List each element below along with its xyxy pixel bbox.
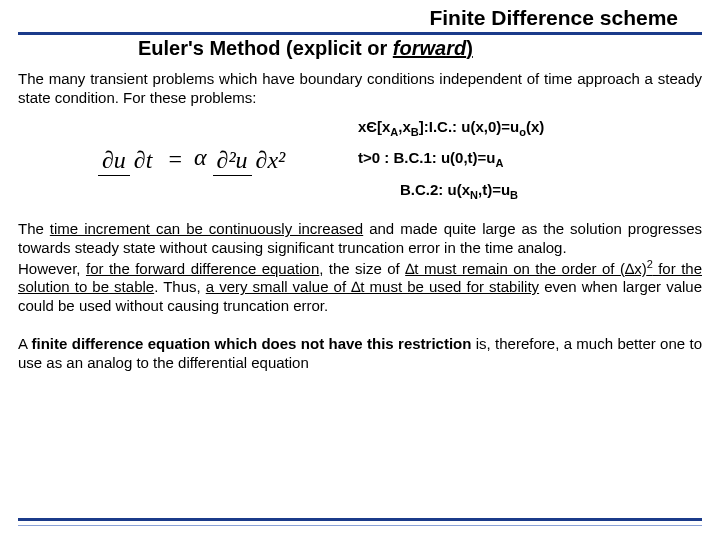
conditions: xЄ[xA,xB]:I.C.: u(x,0)=uo(x) t>0 : B.C.1… (358, 112, 544, 207)
eq-alpha: α (194, 144, 207, 170)
p3-t1: A (18, 335, 32, 352)
ic-o: o (519, 126, 526, 138)
pde-equation: ∂u∂t = α ∂²u∂x² (18, 144, 358, 173)
boundary-condition-1: t>0 : B.C.1: u(0,t)=uA (358, 143, 544, 175)
p2-u2: for the forward difference equation (86, 260, 319, 277)
eq-du: ∂u (98, 147, 130, 176)
ic-end: (x) (526, 118, 544, 135)
equation-row: ∂u∂t = α ∂²u∂x² xЄ[xA,xB]:I.C.: u(x,0)=u… (18, 112, 702, 207)
bc2-pre: B.C.2: u(x (400, 181, 470, 198)
eq-dt: ∂t (130, 145, 157, 173)
footer-rule (18, 518, 702, 526)
boundary-condition-2: B.C.2: u(xN,t)=uB (358, 175, 544, 207)
ic-pre: xЄ[x (358, 118, 390, 135)
p2-u1: time increment can be continuously incre… (50, 220, 363, 237)
title-top: Finite Difference scheme (18, 6, 702, 35)
initial-condition: xЄ[xA,xB]:I.C.: u(x,0)=uo(x) (358, 112, 544, 144)
bc2-N: N (470, 189, 478, 201)
title-sub: Euler's Method (explicit or forward) (18, 37, 702, 60)
intro-paragraph: The many transient problems which have b… (18, 70, 702, 108)
bc1-pre: t>0 : B.C.1: u(0,t)=u (358, 149, 496, 166)
ic-mid: ,x (398, 118, 411, 135)
title-sub-em: forward (393, 37, 466, 59)
eq-dx2: ∂x² (252, 145, 290, 173)
bc1-A: A (496, 157, 504, 169)
slide: Finite Difference scheme Euler's Method … (0, 0, 720, 540)
bc2-mid: ,t)=u (478, 181, 510, 198)
paragraph-2: The time increment can be continuously i… (18, 220, 702, 316)
title-sub-pre: Euler's Method (explicit or (138, 37, 393, 59)
p2-u3: a very small value of ∆t must be used fo… (206, 278, 539, 295)
bc2-B: B (510, 189, 518, 201)
eq-d2u: ∂²u (213, 147, 252, 176)
p2-t2a: However, (18, 260, 86, 277)
p2-t2d: . Thus, (154, 278, 206, 295)
ic-post: ]:I.C.: u(x,0)=u (419, 118, 519, 135)
p2-t2b: , the size of (319, 260, 405, 277)
p3-b1: finite difference equation which does no… (32, 335, 472, 352)
paragraph-3: A finite difference equation which does … (18, 334, 702, 373)
p2-dt: ∆t must remain on the order of (∆x) (405, 260, 646, 277)
ic-B: B (411, 126, 419, 138)
title-sub-post: ) (466, 37, 473, 59)
